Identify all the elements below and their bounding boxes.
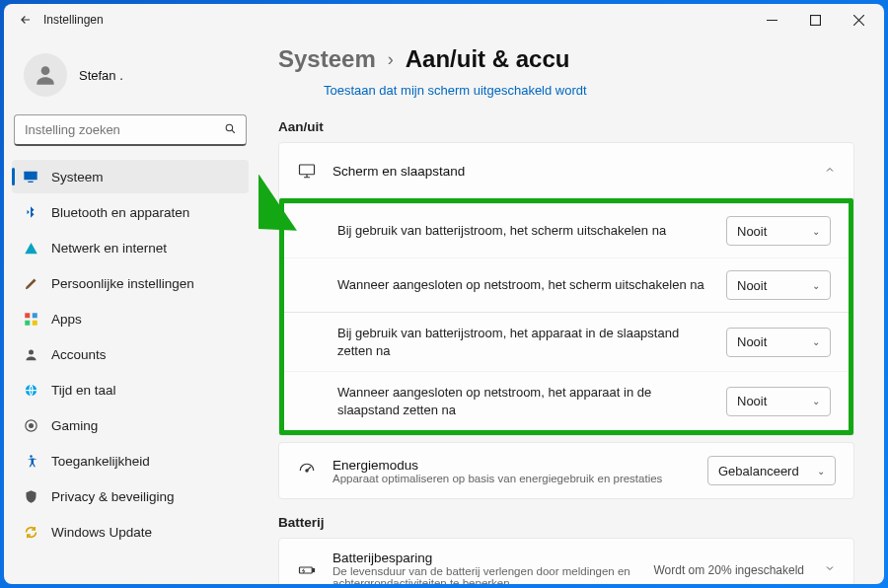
- sidebar-item-time-language[interactable]: Tijd en taal: [12, 373, 249, 406]
- system-icon: [22, 169, 39, 184]
- sidebar-item-windows-update[interactable]: Windows Update: [12, 515, 249, 549]
- svg-point-13: [30, 455, 33, 458]
- sidebar-item-label: Bluetooth en apparaten: [51, 205, 189, 220]
- gaming-icon: [22, 418, 39, 433]
- svg-rect-14: [300, 165, 315, 175]
- setting-label: Wanneer aangesloten op netstroom, het sc…: [337, 276, 710, 294]
- battery-saver-card: Batterijbesparing De levensduur van de b…: [278, 538, 854, 584]
- sidebar-item-label: Windows Update: [51, 525, 152, 540]
- sidebar-item-system[interactable]: Systeem: [12, 160, 249, 193]
- section-label-power: Aan/uit: [278, 119, 854, 134]
- sidebar-item-accessibility[interactable]: Toegankelijkheid: [12, 444, 249, 478]
- row-title: Scherm en slaapstand: [333, 164, 808, 179]
- power-mode-card: Energiemodus Apparaat optimaliseren op b…: [278, 442, 854, 499]
- sidebar-item-network[interactable]: Netwerk en internet: [12, 231, 249, 264]
- breadcrumb-parent[interactable]: Systeem: [278, 45, 376, 73]
- sidebar-item-label: Apps: [51, 312, 82, 327]
- svg-rect-8: [32, 320, 37, 325]
- dropdown-plugged-screen-off[interactable]: Nooit⌄: [726, 270, 831, 300]
- apps-icon: [22, 312, 39, 327]
- svg-point-9: [29, 349, 34, 354]
- maximize-button[interactable]: [793, 4, 837, 36]
- setting-label: Wanneer aangesloten op netstroom, het ap…: [337, 384, 710, 418]
- globe-icon: [22, 383, 39, 398]
- svg-rect-16: [300, 567, 313, 573]
- search-box[interactable]: [14, 114, 247, 146]
- svg-point-1: [41, 66, 50, 75]
- svg-rect-17: [313, 568, 315, 571]
- accessibility-icon: [22, 454, 39, 469]
- update-icon: [22, 525, 39, 540]
- chevron-down-icon: ⌄: [812, 280, 820, 291]
- setting-label: Bij gebruik van batterijstroom, het appa…: [337, 325, 710, 359]
- bluetooth-icon: [22, 205, 39, 219]
- sidebar-item-label: Netwerk en internet: [51, 241, 167, 256]
- sidebar-item-accounts[interactable]: Accounts: [12, 337, 249, 371]
- chevron-down-icon: ⌄: [817, 466, 825, 477]
- sidebar-item-gaming[interactable]: Gaming: [12, 408, 249, 442]
- dropdown-plugged-sleep[interactable]: Nooit⌄: [726, 387, 831, 416]
- sidebar-item-label: Gaming: [51, 418, 98, 433]
- back-button[interactable]: [8, 13, 43, 27]
- close-button[interactable]: [837, 4, 880, 36]
- chevron-down-icon: ⌄: [812, 336, 820, 347]
- row-title: Batterijbesparing: [333, 551, 637, 565]
- setting-label: Bij gebruik van batterijstroom, het sche…: [337, 222, 710, 240]
- brush-icon: [22, 276, 39, 291]
- screen-sleep-header[interactable]: Scherm en slaapstand: [279, 143, 853, 198]
- window-title: Instellingen: [43, 13, 104, 27]
- chevron-down-icon: [824, 562, 836, 577]
- sidebar-item-label: Accounts: [51, 347, 107, 362]
- sidebar-item-personalization[interactable]: Persoonlijke instellingen: [12, 266, 249, 300]
- setting-row-battery-screen-off: Bij gebruik van batterijstroom, het sche…: [284, 204, 849, 257]
- profile[interactable]: Stefan .: [12, 43, 249, 114]
- sidebar-item-label: Privacy & beveiliging: [51, 489, 175, 504]
- search-icon: [224, 122, 237, 138]
- svg-rect-3: [24, 172, 37, 181]
- search-input[interactable]: [14, 114, 247, 146]
- sidebar-item-label: Systeem: [51, 170, 104, 184]
- network-icon: [22, 241, 39, 256]
- breadcrumb-current: Aan/uit & accu: [406, 45, 570, 73]
- svg-rect-0: [810, 15, 820, 25]
- minimize-button[interactable]: [750, 4, 793, 36]
- highlighted-settings: Bij gebruik van batterijstroom, het sche…: [279, 198, 853, 435]
- sidebar-item-bluetooth[interactable]: Bluetooth en apparaten: [12, 195, 249, 229]
- chevron-right-icon: ›: [388, 49, 394, 70]
- row-title: Energiemodus: [333, 458, 692, 473]
- battery-saver-icon: [297, 561, 317, 579]
- dropdown-battery-sleep[interactable]: Nooit⌄: [726, 328, 831, 357]
- battery-saver-status: Wordt om 20% ingeschakeld: [653, 563, 804, 577]
- row-subtitle: Apparaat optimaliseren op basis van ener…: [333, 473, 692, 484]
- sidebar-item-label: Toegankelijkheid: [51, 454, 150, 469]
- battery-saver-row[interactable]: Batterijbesparing De levensduur van de b…: [279, 539, 853, 584]
- accounts-icon: [22, 347, 39, 362]
- titlebar: Instellingen: [4, 4, 884, 36]
- svg-rect-6: [32, 313, 37, 318]
- breadcrumb: Systeem › Aan/uit & accu: [278, 45, 854, 73]
- setting-row-plugged-sleep: Wanneer aangesloten op netstroom, het ap…: [284, 371, 849, 430]
- settings-window: Instellingen Stefan .: [4, 4, 884, 584]
- svg-rect-5: [25, 313, 30, 318]
- sidebar-item-label: Tijd en taal: [51, 383, 116, 398]
- setting-row-battery-sleep: Bij gebruik van batterijstroom, het appa…: [284, 312, 849, 371]
- monitor-icon: [297, 162, 317, 180]
- chevron-down-icon: ⌄: [812, 226, 820, 237]
- sidebar-item-privacy[interactable]: Privacy & beveiliging: [12, 479, 249, 513]
- shield-icon: [22, 489, 39, 504]
- screen-sleep-card: Scherm en slaapstand Bij gebruik van bat…: [278, 142, 854, 436]
- sidebar: Stefan . Systeem Bluetooth en apparaten: [4, 36, 259, 584]
- svg-point-12: [29, 423, 33, 427]
- svg-rect-4: [28, 182, 33, 183]
- section-label-battery: Batterij: [278, 515, 854, 530]
- power-mode-row[interactable]: Energiemodus Apparaat optimaliseren op b…: [279, 443, 853, 498]
- previous-setting-link[interactable]: Toestaan dat mijn scherm uitgeschakeld w…: [278, 77, 854, 104]
- chevron-up-icon: [824, 164, 836, 179]
- content: Systeem › Aan/uit & accu Toestaan dat mi…: [259, 36, 884, 584]
- svg-point-2: [226, 124, 233, 131]
- dropdown-battery-screen-off[interactable]: Nooit⌄: [726, 216, 831, 246]
- dropdown-power-mode[interactable]: Gebalanceerd⌄: [707, 456, 836, 485]
- chevron-down-icon: ⌄: [812, 396, 820, 406]
- sidebar-item-apps[interactable]: Apps: [12, 302, 249, 335]
- avatar: [24, 53, 67, 97]
